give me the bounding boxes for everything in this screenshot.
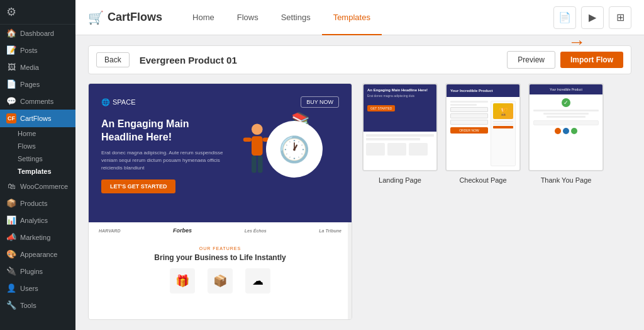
preview-hero: 🌐 SPACE BUY NOW An Engaging Main Headlin… [89, 84, 352, 222]
thumbnails-area: An Engaging Main Headline Here! Erat don… [362, 83, 631, 320]
page-header: Back Evergreen Product 01 Click to impor… [88, 45, 631, 74]
sidebar-item-label: Appearance [20, 251, 57, 258]
preview-headline: An Engaging Main Headline Here! [101, 118, 227, 144]
cf-logo-icon: 🛒 [88, 10, 104, 25]
marketing-icon: 📣 [6, 232, 16, 242]
thumbnail-checkout[interactable]: Your Incredible Product ORDER NOW [445, 83, 521, 184]
analytics-icon: 📊 [6, 215, 16, 225]
logo-lesechos: Les Échos [245, 229, 267, 233]
preview-body: Erat donec magna adipiscing. Aute rerum … [101, 149, 227, 172]
sidebar-item-pages[interactable]: 📄 Pages [0, 76, 75, 93]
grid-icon: ⊞ [616, 11, 625, 23]
svg-rect-4 [243, 137, 252, 142]
sidebar-sub-settings[interactable]: Settings [0, 152, 75, 165]
thumbnail-landing[interactable]: An Engaging Main Headline Here! Erat don… [362, 83, 438, 184]
video-button[interactable]: ▶ [581, 6, 604, 29]
thumbnail-label-checkout: Checkout Page [459, 176, 506, 184]
cartflows-icon: CF [6, 113, 16, 123]
preview-button[interactable]: Preview [507, 51, 555, 69]
comments-icon: 💬 [6, 96, 16, 106]
top-nav: Home Flows Settings Templates [181, 0, 553, 35]
features-icons: 🎁 📦 ☁ [99, 268, 341, 293]
pages-icon: 📄 [6, 79, 16, 89]
annotation: Click to import the template → [516, 35, 592, 52]
sidebar-item-label: Marketing [20, 234, 50, 241]
plugins-icon: 🔌 [6, 266, 16, 276]
thumbnail-label-landing: Landing Page [379, 176, 421, 184]
preview-features: OUR FEATURES Bring your Business to Life… [89, 239, 352, 301]
sidebar-item-users[interactable]: 👤 Users [0, 280, 75, 297]
sidebar-item-dashboard[interactable]: 🏠 Dashboard [0, 25, 75, 42]
preview-content: An Engaging Main Headline Here! Erat don… [101, 118, 339, 200]
thumbnail-label-thankyou: Thank You Page [541, 176, 592, 184]
sidebar-item-label: Users [20, 285, 38, 292]
sidebar-item-analytics[interactable]: 📊 Analytics [0, 212, 75, 229]
thumbnail-thankyou[interactable]: Your Incredible Product ✓ [528, 83, 604, 184]
tab-home[interactable]: Home [181, 0, 226, 35]
preview-text: An Engaging Main Headline Here! Erat don… [101, 118, 227, 193]
posts-icon: 📝 [6, 45, 16, 55]
main-preview: 🌐 SPACE BUY NOW An Engaging Main Headlin… [88, 83, 352, 320]
sidebar-item-plugins[interactable]: 🔌 Plugins [0, 263, 75, 280]
media-icon: 🖼 [6, 62, 16, 72]
sidebar-item-comments[interactable]: 💬 Comments [0, 93, 75, 110]
docs-button[interactable]: 📄 [553, 6, 576, 29]
wp-icon: ⚙ [6, 5, 16, 19]
preview-logo: 🌐 SPACE [101, 98, 135, 106]
sidebar-item-label: Comments [20, 98, 53, 105]
back-button[interactable]: Back [96, 52, 130, 67]
logo-harvard: HARVARD [99, 229, 120, 233]
sidebar-item-label: Products [20, 200, 47, 207]
features-label: OUR FEATURES [99, 246, 341, 251]
appearance-icon: 🎨 [6, 249, 16, 259]
video-icon: ▶ [589, 11, 596, 23]
page-title: Evergreen Product 01 [140, 55, 497, 65]
tools-icon: 🔧 [6, 300, 16, 310]
topbar: 🛒 CartFlows Home Flows Settings Template… [75, 0, 644, 35]
sidebar-item-label: Tools [20, 302, 36, 309]
logo-forbes: Forbes [173, 227, 192, 234]
tab-flows[interactable]: Flows [226, 0, 270, 35]
svg-rect-3 [258, 156, 263, 173]
cf-logo: 🛒 CartFlows [88, 10, 162, 25]
sidebar-item-posts[interactable]: 📝 Posts [0, 42, 75, 59]
feature-icon-3: ☁ [245, 268, 270, 293]
sidebar-sub-flows[interactable]: Flows [0, 140, 75, 152]
sidebar-item-label: Dashboard [20, 30, 54, 37]
globe-icon: 🌐 [101, 98, 110, 106]
tab-templates[interactable]: Templates [322, 0, 382, 35]
svg-point-0 [252, 123, 263, 135]
sidebar-sub-templates[interactable]: Templates [0, 165, 75, 178]
logo-latribune: La Tribune [319, 229, 341, 233]
grid-button[interactable]: ⊞ [609, 6, 631, 29]
thumbnail-img-thankyou: Your Incredible Product ✓ [528, 83, 604, 171]
svg-rect-1 [252, 136, 263, 156]
sidebar-item-label: Posts [20, 47, 38, 54]
sidebar-item-woocommerce[interactable]: 🛍 WooCommerce [0, 178, 75, 195]
products-icon: 📦 [6, 198, 16, 208]
preview-logos: HARVARD Forbes Les Échos La Tribune [89, 222, 352, 239]
sidebar-sub-home[interactable]: Home [0, 127, 75, 140]
sidebar-item-label: Plugins [20, 268, 43, 275]
sidebar-item-products[interactable]: 📦 Products [0, 195, 75, 212]
cta-button[interactable]: LET'S GET STARTED [101, 179, 175, 193]
sidebar-item-tools[interactable]: 🔧 Tools [0, 297, 75, 314]
sidebar-item-appearance[interactable]: 🎨 Appearance [0, 246, 75, 263]
docs-icon: 📄 [558, 11, 571, 23]
sidebar-item-marketing[interactable]: 📣 Marketing [0, 229, 75, 246]
content-area: Back Evergreen Product 01 Click to impor… [75, 35, 644, 330]
nav-logo-text: SPACE [113, 98, 135, 106]
buy-now-button[interactable]: BUY NOW [301, 96, 339, 108]
sidebar-item-media[interactable]: 🖼 Media [0, 59, 75, 76]
dashboard-icon: 🏠 [6, 28, 16, 38]
feature-icon-1: 🎁 [170, 268, 195, 293]
import-flow-button[interactable]: Import Flow [560, 52, 623, 68]
sidebar-item-cartflows[interactable]: CF CartFlows [0, 110, 75, 127]
preview-nav: 🌐 SPACE BUY NOW [101, 96, 339, 108]
topbar-actions: 📄 ▶ ⊞ [553, 6, 631, 29]
sidebar-item-label: Pages [20, 81, 40, 88]
clock-illustration: 🕐 [266, 121, 323, 178]
tab-settings[interactable]: Settings [270, 0, 322, 35]
main-content: 🛒 CartFlows Home Flows Settings Template… [75, 0, 644, 330]
template-area: 🌐 SPACE BUY NOW An Engaging Main Headlin… [88, 83, 631, 320]
